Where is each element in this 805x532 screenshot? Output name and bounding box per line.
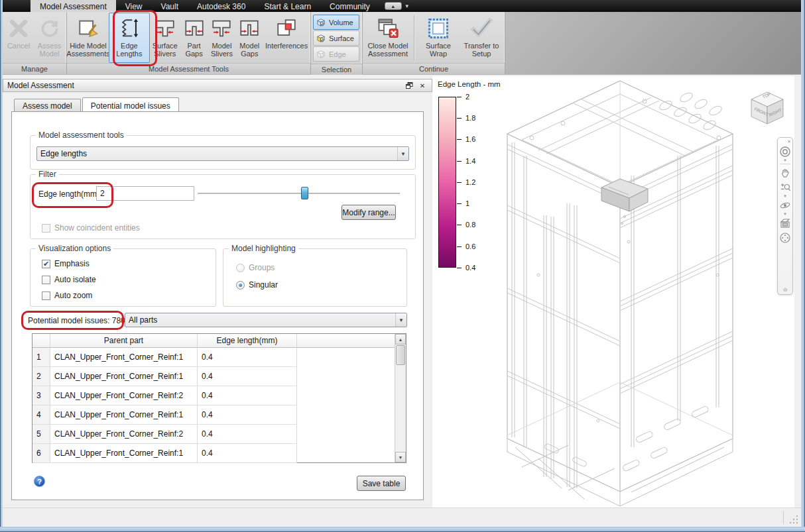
- full-navigation-icon[interactable]: [779, 231, 791, 245]
- model-gaps-button[interactable]: Model Gaps: [235, 13, 263, 63]
- scrollbar-thumb[interactable]: [396, 345, 405, 365]
- surface-select-button[interactable]: Surface: [313, 30, 359, 46]
- navbar-close-icon[interactable]: ✕: [787, 139, 791, 144]
- surface-select-label: Surface: [329, 34, 354, 42]
- emphasis-checkbox[interactable]: ✔ Emphasis: [42, 259, 90, 268]
- ribbon-group-selection: Volume Surface Edge Selection: [311, 12, 363, 74]
- row-edge-length: 0.4: [198, 367, 297, 386]
- assess-model-button[interactable]: Assess Model: [34, 13, 65, 63]
- look-at-icon[interactable]: [779, 216, 791, 231]
- edge-select-button[interactable]: Edge: [313, 46, 359, 62]
- close-model-assessment-button[interactable]: Close Model Assessment: [363, 13, 412, 63]
- surface-slivers-button[interactable]: Surface Slivers: [150, 13, 180, 63]
- tab-assess-model[interactable]: Assess model: [14, 99, 81, 111]
- model-slivers-button[interactable]: Model Slivers: [208, 13, 236, 63]
- tab-community[interactable]: Community: [320, 0, 379, 12]
- parts-filter-dropdown[interactable]: All parts ▼: [125, 313, 407, 327]
- checkbox-box: [42, 276, 50, 284]
- table-row[interactable]: 5 CLAN_Upper_Front_Corner_Reinf:2 0.4: [32, 425, 406, 444]
- edge-length-input[interactable]: [96, 186, 194, 201]
- interferences-icon: [275, 15, 298, 42]
- table-row[interactable]: 3 CLAN_Upper_Front_Corner_Reinf:2 0.4: [32, 386, 406, 405]
- edge-lengths-button[interactable]: Edge Lengths: [109, 13, 150, 63]
- close-model-assessment-label: Close Model Assessment: [364, 42, 412, 58]
- interferences-label: Interferences: [265, 42, 308, 50]
- save-table-button[interactable]: Save table: [357, 476, 406, 491]
- continue-group-separator: [414, 15, 414, 60]
- close-model-assessment-icon: [376, 15, 400, 42]
- modify-range-button[interactable]: Modify range...: [341, 205, 396, 220]
- scroll-down-icon[interactable]: ▼: [395, 452, 406, 462]
- view-cube[interactable]: TOP FRONT RIGHT: [745, 88, 789, 131]
- panel-float-icon[interactable]: [404, 81, 414, 90]
- interferences-button[interactable]: Interferences: [263, 13, 310, 63]
- row-num: 1: [32, 348, 50, 367]
- panel-content: Model assessment tools Edge lengths ▼ Fi…: [11, 111, 424, 500]
- row-num: 5: [32, 425, 50, 444]
- panel-close-icon[interactable]: ✕: [417, 81, 428, 90]
- checkbox-box: [42, 292, 50, 300]
- table-row[interactable]: 4 CLAN_Upper_Front_Corner_Reinf:1 0.4: [32, 405, 406, 425]
- groups-radio[interactable]: Groups: [236, 263, 275, 272]
- tab-model-assessment[interactable]: Model Assessment: [31, 0, 116, 12]
- orbit-icon[interactable]: [779, 198, 791, 213]
- assessment-tool-value: Edge lengths: [37, 149, 397, 158]
- zoom-icon[interactable]: [780, 180, 791, 195]
- part-gaps-label: Part Gaps: [181, 42, 208, 58]
- assessment-tool-dropdown[interactable]: Edge lengths ▼: [36, 146, 409, 161]
- resize-grip[interactable]: [790, 515, 798, 524]
- tab-start-learn[interactable]: Start & Learn: [255, 0, 320, 12]
- legend-title: Edge Length - mm: [438, 80, 523, 88]
- surface-wrap-icon: [426, 15, 450, 42]
- ribbon-minimize-icon[interactable]: ▲: [385, 2, 402, 10]
- slider-track[interactable]: [198, 193, 400, 194]
- steering-wheel-caret-icon[interactable]: ▼: [783, 159, 787, 162]
- surface-slivers-icon: [154, 15, 176, 42]
- table-header-row: Parent part Edge length(mm): [32, 334, 406, 348]
- dropdown-arrow-icon: ▼: [395, 313, 406, 327]
- navbar-customize-icon[interactable]: ⊖: [783, 287, 788, 293]
- assess-model-icon: [38, 15, 61, 42]
- row-num: 3: [32, 386, 50, 405]
- table-row[interactable]: 6 CLAN_Upper_Front_Corner_Reinf:1 0.4: [32, 444, 406, 463]
- model-gaps-label: Model Gaps: [236, 42, 263, 58]
- header-index[interactable]: [32, 334, 50, 347]
- header-parent-part[interactable]: Parent part: [50, 334, 198, 347]
- volume-select-button[interactable]: Volume: [313, 15, 359, 30]
- auto-zoom-checkbox[interactable]: Auto zoom: [42, 291, 92, 300]
- auto-isolate-checkbox[interactable]: Auto isolate: [42, 275, 96, 284]
- steering-wheel-icon[interactable]: [779, 144, 791, 159]
- edge-length-slider[interactable]: [198, 186, 400, 201]
- slider-thumb[interactable]: [301, 187, 308, 199]
- status-bar: [3, 507, 801, 527]
- edge-select-icon: [316, 50, 326, 59]
- ribbon-options-caret-icon[interactable]: ▼: [404, 3, 410, 9]
- hide-model-assessments-button[interactable]: Hide Model Assessments: [68, 13, 109, 63]
- window-border-right: [801, 0, 805, 532]
- help-icon[interactable]: ?: [34, 476, 45, 487]
- singular-radio[interactable]: Singular: [236, 280, 278, 290]
- pan-hand-icon[interactable]: [780, 166, 791, 180]
- transfer-to-setup-button[interactable]: Transfer to Setup: [461, 13, 502, 63]
- part-gaps-button[interactable]: Part Gaps: [180, 13, 208, 63]
- potential-model-issues-count: Potential model issues: 780: [28, 316, 125, 325]
- viewport-3d[interactable]: Edge Length - mm 2 1.8 1.6 1.4 1.2 1 0.8…: [432, 76, 794, 507]
- cancel-icon: [7, 15, 30, 42]
- window-border-bottom: [0, 527, 805, 532]
- header-edge-length[interactable]: Edge length(mm): [198, 334, 297, 347]
- singular-label: Singular: [249, 280, 278, 290]
- edge-length-label: Edge length(mm): [38, 189, 99, 199]
- tab-potential-model-issues[interactable]: Potential model issues: [82, 97, 179, 111]
- table-row[interactable]: 1 CLAN_Upper_Front_Corner_Reinf:1 0.4: [32, 348, 406, 367]
- panel-tabs: Assess model Potential model issues: [14, 99, 180, 113]
- table-scrollbar[interactable]: ▲ ▼: [395, 334, 406, 462]
- tab-vault[interactable]: Vault: [152, 0, 188, 12]
- show-coincident-entities-checkbox[interactable]: Show coincident entities: [42, 223, 140, 233]
- tab-autodesk-360[interactable]: Autodesk 360: [188, 0, 255, 12]
- surface-wrap-button[interactable]: Surface Wrap: [416, 13, 461, 63]
- table-row[interactable]: 2 CLAN_Upper_Front_Corner_Reinf:1 0.4: [32, 367, 406, 386]
- scroll-up-icon[interactable]: ▲: [395, 334, 406, 345]
- cancel-button[interactable]: Cancel: [3, 13, 34, 63]
- ribbon-group-label-selection: Selection: [311, 64, 362, 75]
- tab-view[interactable]: View: [116, 0, 152, 12]
